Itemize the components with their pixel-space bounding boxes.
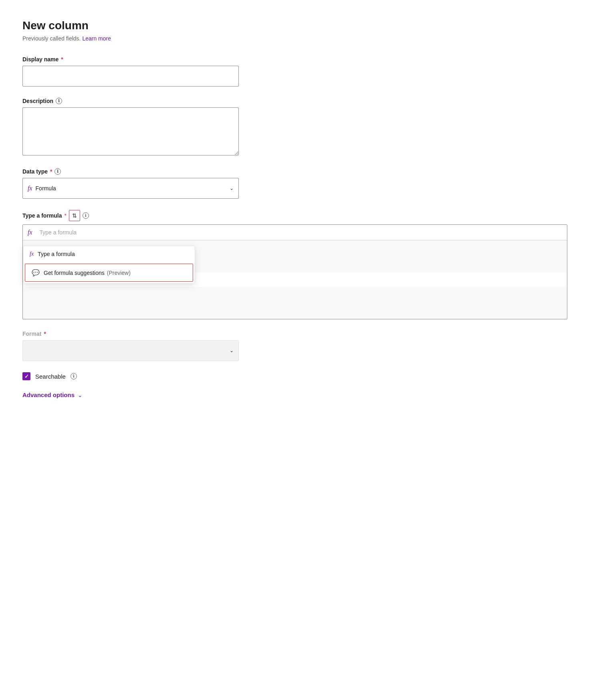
- formula-dropdown: fx Type a formula 💬 Get formula suggesti…: [23, 246, 195, 284]
- page-subtitle: Previously called fields. Learn more: [22, 35, 573, 42]
- expand-icon: ⇅: [72, 212, 77, 219]
- description-info-icon[interactable]: ℹ: [56, 98, 62, 104]
- formula-blank-body: [23, 287, 567, 319]
- data-type-chevron-icon: ⌄: [230, 186, 234, 191]
- fx-icon: fx: [28, 185, 32, 192]
- advanced-options-label: Advanced options: [22, 391, 75, 398]
- display-name-group: Display name *: [22, 56, 573, 87]
- formula-top-bar: fx Type a formula: [23, 225, 567, 240]
- format-select[interactable]: ⌄: [22, 340, 239, 361]
- formula-expand-button[interactable]: ⇅: [69, 210, 80, 221]
- data-type-label: Data type * ℹ: [22, 168, 573, 175]
- formula-label-row: Type a formula * ⇅ ℹ: [22, 210, 573, 221]
- data-type-select[interactable]: fx Formula ⌄: [22, 178, 239, 199]
- formula-fx-icon: fx: [28, 229, 32, 236]
- display-name-input[interactable]: [22, 66, 239, 87]
- formula-dropdown-item-type[interactable]: fx Type a formula: [23, 246, 195, 262]
- formula-dropdown-item-suggestions[interactable]: 💬 Get formula suggestions (Preview): [25, 264, 193, 282]
- formula-editor: fx Type a formula fx Type a formula 💬 Ge…: [22, 224, 567, 319]
- description-label: Description ℹ: [22, 98, 573, 104]
- formula-editor-wrapper: fx Type a formula fx Type a formula 💬 Ge…: [22, 224, 567, 319]
- searchable-row: ✓ Searchable ℹ: [22, 372, 573, 380]
- description-group: Description ℹ: [22, 98, 573, 157]
- format-group: Format * ⌄: [22, 331, 573, 361]
- formula-required-star: *: [65, 212, 67, 219]
- formula-section: Type a formula * ⇅ ℹ fx Type a formula f…: [22, 210, 573, 319]
- data-type-group: Data type * ℹ fx Formula ⌄: [22, 168, 573, 199]
- page-title: New column: [22, 19, 573, 32]
- dropdown-fx-icon: fx: [30, 251, 34, 257]
- format-chevron-icon: ⌄: [230, 348, 234, 353]
- searchable-info-icon[interactable]: ℹ: [71, 373, 77, 379]
- description-input[interactable]: [22, 107, 239, 155]
- format-required-star: *: [44, 331, 46, 337]
- formula-label: Type a formula: [22, 212, 62, 219]
- dropdown-chat-icon: 💬: [32, 269, 40, 276]
- format-label: Format *: [22, 331, 573, 337]
- advanced-options-row[interactable]: Advanced options ⌄: [22, 391, 573, 398]
- checkmark-icon: ✓: [24, 374, 29, 379]
- searchable-checkbox[interactable]: ✓: [22, 372, 30, 380]
- advanced-options-chevron-icon: ⌄: [78, 392, 83, 398]
- required-star-2: *: [50, 168, 52, 175]
- learn-more-link[interactable]: Learn more: [82, 35, 111, 42]
- formula-info-icon[interactable]: ℹ: [83, 212, 89, 219]
- display-name-label: Display name *: [22, 56, 573, 63]
- formula-placeholder: Type a formula: [40, 229, 77, 236]
- data-type-info-icon[interactable]: ℹ: [54, 168, 61, 175]
- required-star: *: [61, 56, 63, 63]
- searchable-label: Searchable: [35, 373, 66, 380]
